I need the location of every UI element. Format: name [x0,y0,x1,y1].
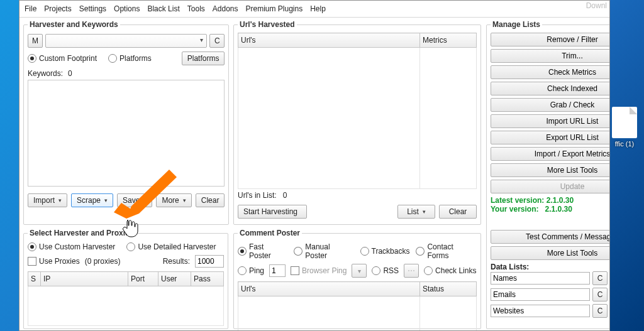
proxy-table[interactable]: S IP Port User Pass [28,271,224,326]
col-urls[interactable]: Url's [238,33,420,48]
panel-legend: Url's Harvested [238,20,297,29]
results-input[interactable] [195,255,224,268]
panel-comment-poster: Comment Poster Fast Poster Manual Poster… [233,229,481,329]
menu-file[interactable]: File [25,4,36,13]
datalist-row-emails: C Open E [491,288,610,301]
grab-check-button[interactable]: Grab / Check [491,98,610,112]
m-button[interactable]: M [28,34,43,48]
radio-ping[interactable]: Ping [238,266,264,275]
col-urls[interactable]: Url's [238,282,420,296]
results-label: Results: [163,257,190,266]
check-use-proxies[interactable]: Use Proxies [28,257,80,266]
footprint-combo[interactable] [45,34,207,48]
checkbox-icon [291,266,299,275]
menu-addons[interactable]: Addons [213,4,238,13]
radio-platforms-label: Platforms [119,54,152,63]
desktop-file-icon[interactable]: ffic (1) [609,107,640,148]
import-export-metrics-button[interactable]: Import / Export Metrics [491,147,610,161]
image-icon: ▾ [358,268,361,274]
list-button[interactable]: List [397,205,435,219]
urls-in-list-label: Url's in List: [238,191,277,200]
data-lists-label: Data Lists: [491,263,610,271]
import-url-list-button[interactable]: Import URL List [491,114,610,128]
names-clear-button[interactable]: C [592,271,608,285]
your-version: Your version: 2.1.0.30 [491,205,610,214]
radio-platforms[interactable]: Platforms [108,54,152,63]
latest-version: Latest version: 2.1.0.30 [491,196,610,205]
radio-contact-forms[interactable]: Contact Forms [416,242,477,260]
panel-legend: Manage Lists [491,20,542,29]
platforms-button[interactable]: Platforms [182,52,225,65]
check-metrics-button[interactable]: Check Metrics [491,65,610,79]
more-list-tools-button[interactable]: More List Tools [491,163,610,177]
rss-settings-button: ⋯ [404,264,419,278]
radio-use-detailed-harvester[interactable]: Use Detailed Harvester [126,242,216,251]
import-button[interactable]: Import [28,193,67,207]
more-list-tools-2-button[interactable]: More List Tools [491,246,610,260]
check-indexed-button[interactable]: Check Indexed [491,82,610,95]
radio-dot-icon [28,242,36,251]
datalist-row-names: C Open E [491,271,610,285]
start-harvesting-button[interactable]: Start Harvesting [238,205,307,219]
download-remnant: Downl [586,1,607,10]
clear-urls-button[interactable]: Clear [439,205,477,219]
menu-premium-plugins[interactable]: Premium Plugins [246,4,303,13]
websites-clear-button[interactable]: C [592,304,608,318]
panel-legend: Harvester and Keywords [28,20,120,29]
test-comments-button[interactable]: Test Comments / Messages [491,230,610,244]
col-user[interactable]: User [158,272,191,286]
keywords-area[interactable] [28,80,225,187]
radio-manual-poster[interactable]: Manual Poster [294,242,353,260]
radio-dot-icon [108,54,117,63]
emails-clear-button[interactable]: C [592,288,608,301]
panel-urls-harvested: Url's Harvested Url's Metrics Url's in L… [233,20,481,225]
urls-in-list-count: 0 [283,191,287,200]
save-button[interactable]: Save [117,193,152,207]
more-button[interactable]: More [156,193,191,207]
update-button: Update [491,180,610,193]
col-pass[interactable]: Pass [191,272,224,286]
radio-custom-footprint-label: Custom Footprint [39,54,97,63]
ping-value-input[interactable] [269,264,286,277]
radio-use-custom-harvester[interactable]: Use Custom Harvester [28,242,115,251]
col-ip[interactable]: IP [41,272,128,286]
remove-filter-button[interactable]: Remove / Filter [491,33,610,46]
radio-custom-footprint[interactable]: Custom Footprint [28,54,97,63]
names-input[interactable] [491,272,590,285]
radio-dot-icon [126,242,135,251]
emails-input[interactable] [491,288,590,301]
radio-dot-icon [28,54,36,63]
desktop-file-label: ffic (1) [609,140,640,148]
radio-trackbacks[interactable]: Trackbacks [360,247,410,256]
radio-fast-poster[interactable]: Fast Poster [238,242,287,260]
websites-input[interactable] [491,305,590,317]
poster-table[interactable]: Url's Status [238,281,477,331]
radio-dot-icon [238,266,247,275]
menu-blacklist[interactable]: Black List [147,4,179,13]
keywords-count: 0 [68,69,72,78]
col-port[interactable]: Port [128,272,158,286]
urls-table[interactable]: Url's Metrics [238,33,477,189]
col-metrics[interactable]: Metrics [420,33,477,48]
radio-dot-icon [372,266,380,275]
export-url-list-button[interactable]: Export URL List [491,131,610,144]
radio-dot-icon [294,247,303,256]
menu-tools[interactable]: Tools [187,4,205,13]
menu-help[interactable]: Help [310,4,326,13]
scrape-button[interactable]: Scrape [71,193,113,207]
col-s[interactable]: S [28,272,41,286]
radio-rss[interactable]: RSS [372,266,399,275]
radio-dot-icon [238,247,247,256]
radio-check-links[interactable]: Check Links [424,266,476,275]
panel-legend: Select Harvester and Proxies [28,229,135,237]
menu-options[interactable]: Options [114,4,140,13]
menu-settings[interactable]: Settings [79,4,106,13]
panel-harvester-keywords: Harvester and Keywords M C Custom Footpr… [23,20,229,225]
checkbox-icon [28,257,36,266]
clear-keywords-button[interactable]: Clear [196,193,225,207]
keywords-label: Keywords: [28,69,63,78]
c-button[interactable]: C [209,34,225,48]
trim-button[interactable]: Trim... [491,49,610,63]
menu-projects[interactable]: Projects [44,4,71,13]
col-status[interactable]: Status [420,282,477,296]
